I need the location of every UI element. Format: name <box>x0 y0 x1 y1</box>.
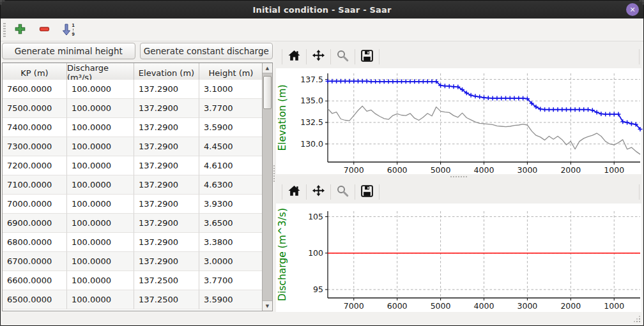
table-cell[interactable]: 100.0000 <box>67 175 134 195</box>
scroll-down-button[interactable]: ▼ <box>263 300 272 311</box>
home-button[interactable] <box>284 182 304 202</box>
save-icon <box>360 184 374 200</box>
sort-digits: 1 9 <box>72 23 74 36</box>
add-row-button[interactable] <box>10 21 29 39</box>
close-icon: ✕ <box>629 6 635 14</box>
table-cell[interactable]: 4.6100 <box>199 156 262 175</box>
elevation-chart: 7000600050004000300020001000130.0132.513… <box>276 68 643 174</box>
table-cell[interactable]: 6600.0000 <box>3 271 67 290</box>
save-icon <box>360 49 374 64</box>
plots-panel: 7000600050004000300020001000130.0132.513… <box>275 41 643 312</box>
table-cell[interactable]: 100.0000 <box>67 99 134 118</box>
table-cell[interactable]: 100.0000 <box>67 80 134 99</box>
table-row: 7300.0000100.0000137.29004.4500 <box>3 137 262 156</box>
generate-minimal-height-button[interactable]: Generate minimal height <box>2 43 135 59</box>
zoom-button[interactable] <box>333 47 353 66</box>
table-cell[interactable]: 7300.0000 <box>3 137 67 156</box>
table-cell[interactable]: 3.7700 <box>199 99 262 118</box>
table-cell[interactable]: 3.3800 <box>199 233 262 252</box>
resize-grip-icon[interactable] <box>639 321 640 322</box>
save-button[interactable] <box>357 182 377 202</box>
initial-condition-table: KP (m)Discharge (m³/s)Elevation (m)Heigh… <box>2 63 273 311</box>
table-cell[interactable]: 7000.0000 <box>3 195 67 214</box>
table-cell[interactable]: 3.5900 <box>199 290 262 309</box>
scrollbar-thumb[interactable] <box>263 76 272 109</box>
table-cell[interactable]: 137.2900 <box>134 214 199 233</box>
app-window: Initial condition - Saar - Saar ✕ 1 9 <box>0 0 644 326</box>
table-cell[interactable]: 100.0000 <box>67 252 134 271</box>
table-cell[interactable]: 6700.0000 <box>3 252 67 271</box>
save-button[interactable] <box>357 47 377 66</box>
table-cell[interactable]: 137.2900 <box>134 118 199 137</box>
minus-icon <box>39 24 50 36</box>
close-button[interactable]: ✕ <box>626 3 639 16</box>
table-cell[interactable]: 3.0000 <box>199 252 262 271</box>
table-cell[interactable]: 100.0000 <box>67 118 134 137</box>
sort-rows-button[interactable]: 1 9 <box>59 21 78 39</box>
home-button[interactable] <box>284 47 304 66</box>
toolbar-separator <box>379 184 379 200</box>
table-cell[interactable]: 6800.0000 <box>3 233 67 252</box>
table-cell[interactable]: 3.6500 <box>199 214 262 233</box>
table-cell[interactable]: 137.2500 <box>134 290 199 309</box>
plus-icon <box>15 24 26 36</box>
table-cell[interactable]: 137.2500 <box>134 271 199 290</box>
y-tick-label: 137.5 <box>300 75 323 84</box>
table-cell[interactable]: 100.0000 <box>67 271 134 290</box>
table-cell[interactable]: 137.2900 <box>134 156 199 175</box>
pan-button[interactable] <box>309 47 328 66</box>
table-cell[interactable]: 137.2900 <box>134 175 199 195</box>
x-tick-label: 5000 <box>431 301 451 311</box>
x-tick-label: 5000 <box>431 165 451 174</box>
table-cell[interactable]: 4.6300 <box>199 175 262 195</box>
gridlines <box>328 73 640 162</box>
table-cell[interactable]: 137.2900 <box>134 195 199 214</box>
table-row: 7000.0000100.0000137.29003.9300 <box>3 195 262 214</box>
generate-constant-discharge-button[interactable]: Generate constant discharge <box>140 43 273 59</box>
discharge-chart: 700060005000400030002000100095100105Disc… <box>276 204 643 312</box>
table-cell[interactable]: 137.2900 <box>134 137 199 156</box>
table-cell[interactable]: 100.0000 <box>67 195 134 214</box>
table-cell[interactable]: 7500.0000 <box>3 99 67 118</box>
table-cell[interactable]: 6900.0000 <box>3 214 67 233</box>
generator-buttons: Generate minimal height Generate constan… <box>2 43 273 60</box>
table-cell[interactable]: 7400.0000 <box>3 118 67 137</box>
sort-descending-icon <box>62 24 71 36</box>
table-cell[interactable]: 3.5900 <box>199 118 262 137</box>
table-scrollbar[interactable]: ▲ ▼ <box>262 63 272 311</box>
x-tick-label: 1000 <box>604 165 624 174</box>
titlebar[interactable]: Initial condition - Saar - Saar ✕ <box>1 1 643 19</box>
table-cell[interactable]: 100.0000 <box>67 156 134 175</box>
table-cell[interactable]: 100.0000 <box>67 233 134 252</box>
table-cell[interactable]: 137.2900 <box>134 99 199 118</box>
axes: 7000600050004000300020001000130.0132.513… <box>300 73 640 174</box>
table-header-row: KP (m)Discharge (m³/s)Elevation (m)Heigh… <box>3 63 262 80</box>
plot-splitter-handle[interactable] <box>450 176 467 177</box>
table-cell[interactable]: 137.2900 <box>134 80 199 99</box>
toolbar-separator <box>355 49 355 64</box>
table-cell[interactable]: 100.0000 <box>67 214 134 233</box>
table-cell[interactable]: 4.4500 <box>199 137 262 156</box>
table-cell[interactable]: 100.0000 <box>67 137 134 156</box>
table-cell[interactable]: 7600.0000 <box>3 80 67 99</box>
table-cell[interactable]: 7100.0000 <box>3 175 67 195</box>
table-cell[interactable]: 3.9300 <box>199 195 262 214</box>
table-cell[interactable]: 3.7700 <box>199 271 262 290</box>
discharge-plot-canvas[interactable]: 700060005000400030002000100095100105Disc… <box>276 204 641 312</box>
table-cell[interactable]: 137.2900 <box>134 252 199 271</box>
table-cell[interactable]: 100.0000 <box>67 290 134 309</box>
table-cell[interactable]: 6500.0000 <box>3 290 67 309</box>
table-panel: Generate minimal height Generate constan… <box>1 41 275 312</box>
remove-row-button[interactable] <box>34 21 54 39</box>
table-cell[interactable]: 7200.0000 <box>3 156 67 175</box>
table-cell[interactable]: 3.1000 <box>199 80 262 99</box>
y-axis-label: Elevation (m) <box>277 84 288 151</box>
elevation-plot-canvas[interactable]: 7000600050004000300020001000130.0132.513… <box>276 68 641 174</box>
x-tick-label: 6000 <box>387 165 408 174</box>
pan-button[interactable] <box>309 182 328 202</box>
toolbar-grip[interactable] <box>3 23 6 37</box>
scroll-up-button[interactable]: ▲ <box>263 63 272 73</box>
table-cell[interactable]: 137.2900 <box>134 233 199 252</box>
pan-icon <box>312 184 325 200</box>
zoom-button[interactable] <box>333 182 353 202</box>
